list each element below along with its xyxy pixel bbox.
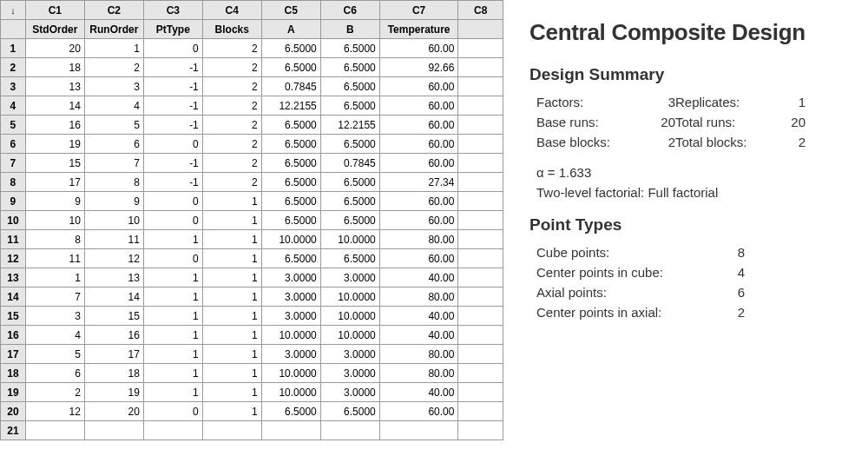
- cell[interactable]: 17: [84, 345, 143, 364]
- cell[interactable]: 60.00: [379, 96, 458, 116]
- row-header[interactable]: 12: [1, 249, 26, 268]
- col-header-c2[interactable]: C2: [84, 1, 143, 20]
- cell[interactable]: 8: [25, 230, 84, 249]
- cell[interactable]: 6.5000: [320, 58, 379, 77]
- row-header[interactable]: 5: [1, 116, 26, 135]
- cell[interactable]: 13: [25, 77, 84, 96]
- row-header[interactable]: 11: [1, 230, 26, 249]
- cell[interactable]: 9: [84, 192, 143, 211]
- row-header[interactable]: 13: [1, 268, 26, 287]
- cell[interactable]: 1: [202, 192, 261, 211]
- cell[interactable]: 40.00: [379, 383, 458, 402]
- cell[interactable]: 10.0000: [320, 287, 379, 307]
- cell[interactable]: 6.5000: [320, 173, 379, 192]
- cell[interactable]: 92.66: [379, 58, 458, 77]
- subheader-c8[interactable]: [458, 20, 503, 39]
- cell[interactable]: 19: [25, 135, 84, 154]
- subheader-b[interactable]: B: [320, 20, 379, 39]
- cell[interactable]: 1: [202, 268, 261, 287]
- cell[interactable]: [458, 173, 503, 192]
- col-header-c3[interactable]: C3: [143, 1, 202, 20]
- cell[interactable]: 80.00: [379, 287, 458, 307]
- row-header[interactable]: 17: [1, 345, 26, 364]
- cell[interactable]: 6.5000: [261, 135, 320, 154]
- cell[interactable]: 6.5000: [320, 135, 379, 154]
- cell[interactable]: 1: [143, 287, 202, 307]
- cell[interactable]: [379, 421, 458, 440]
- row-header[interactable]: 15: [1, 307, 26, 326]
- cell[interactable]: 12: [84, 249, 143, 268]
- cell[interactable]: 14: [25, 96, 84, 116]
- row-header[interactable]: 2: [1, 58, 26, 77]
- cell[interactable]: 6.5000: [261, 173, 320, 192]
- subheader-stdorder[interactable]: StdOrder: [25, 20, 84, 39]
- cell[interactable]: 19: [84, 383, 143, 402]
- cell[interactable]: 20: [84, 402, 143, 421]
- cell[interactable]: [458, 58, 503, 77]
- cell[interactable]: [458, 268, 503, 287]
- cell[interactable]: 3.0000: [320, 364, 379, 383]
- col-header-c6[interactable]: C6: [320, 1, 379, 20]
- cell[interactable]: 10.0000: [261, 326, 320, 345]
- subheader-blocks[interactable]: Blocks: [202, 20, 261, 39]
- row-header[interactable]: 19: [1, 383, 26, 402]
- cell[interactable]: 11: [25, 249, 84, 268]
- cell[interactable]: 60.00: [379, 77, 458, 96]
- cell[interactable]: 60.00: [379, 154, 458, 173]
- cell[interactable]: 1: [143, 383, 202, 402]
- row-header[interactable]: 6: [1, 135, 26, 154]
- cell[interactable]: 60.00: [379, 135, 458, 154]
- cell[interactable]: [458, 77, 503, 96]
- cell[interactable]: 6.5000: [320, 77, 379, 96]
- row-header[interactable]: 20: [1, 402, 26, 421]
- cell[interactable]: 6.5000: [320, 192, 379, 211]
- cell[interactable]: -1: [143, 58, 202, 77]
- cell[interactable]: 12.2155: [320, 116, 379, 135]
- cell[interactable]: 2: [202, 39, 261, 58]
- cell[interactable]: 3.0000: [261, 345, 320, 364]
- row-header[interactable]: 10: [1, 211, 26, 230]
- cell[interactable]: [458, 326, 503, 345]
- cell[interactable]: 4: [25, 326, 84, 345]
- subheader-pttype[interactable]: PtType: [143, 20, 202, 39]
- cell[interactable]: 2: [202, 154, 261, 173]
- cell[interactable]: [261, 421, 320, 440]
- row-header[interactable]: 3: [1, 77, 26, 96]
- subheader-temperature[interactable]: Temperature: [379, 20, 458, 39]
- cell[interactable]: 1: [84, 39, 143, 58]
- cell[interactable]: 6.5000: [261, 58, 320, 77]
- col-header-c8[interactable]: C8: [458, 1, 503, 20]
- cell[interactable]: 0: [143, 39, 202, 58]
- col-header-c4[interactable]: C4: [202, 1, 261, 20]
- cell[interactable]: [458, 192, 503, 211]
- cell[interactable]: 13: [84, 268, 143, 287]
- cell[interactable]: 10: [25, 211, 84, 230]
- cell[interactable]: [458, 211, 503, 230]
- cell[interactable]: [458, 135, 503, 154]
- cell[interactable]: 0: [143, 402, 202, 421]
- cell[interactable]: 40.00: [379, 268, 458, 287]
- cell[interactable]: 8: [84, 173, 143, 192]
- cell[interactable]: -1: [143, 77, 202, 96]
- cell[interactable]: 6.5000: [320, 402, 379, 421]
- cell[interactable]: 6.5000: [261, 249, 320, 268]
- subheader-runorder[interactable]: RunOrder: [84, 20, 143, 39]
- row-header[interactable]: 9: [1, 192, 26, 211]
- cell[interactable]: 1: [202, 230, 261, 249]
- cell[interactable]: 17: [25, 173, 84, 192]
- cell[interactable]: [458, 96, 503, 116]
- row-header[interactable]: 1: [1, 39, 26, 58]
- cell[interactable]: [458, 230, 503, 249]
- cell[interactable]: 3.0000: [261, 307, 320, 326]
- col-header-c1[interactable]: C1: [25, 1, 84, 20]
- cell[interactable]: -1: [143, 96, 202, 116]
- cell[interactable]: 27.34: [379, 173, 458, 192]
- cell[interactable]: 80.00: [379, 230, 458, 249]
- cell[interactable]: -1: [143, 154, 202, 173]
- cell[interactable]: 15: [84, 307, 143, 326]
- cell[interactable]: 2: [202, 116, 261, 135]
- cell[interactable]: 10.0000: [320, 307, 379, 326]
- cell[interactable]: 10: [84, 211, 143, 230]
- cell[interactable]: 3: [25, 307, 84, 326]
- cell[interactable]: 1: [202, 249, 261, 268]
